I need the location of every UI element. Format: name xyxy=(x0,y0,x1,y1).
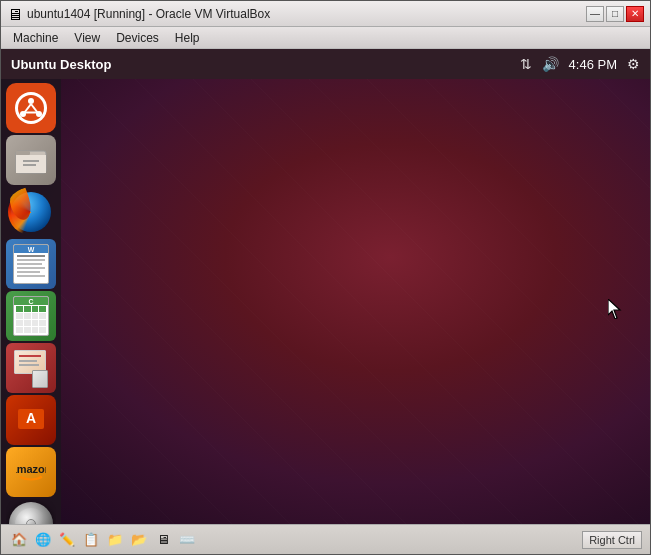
menu-view[interactable]: View xyxy=(66,29,108,47)
svg-marker-12 xyxy=(608,299,620,319)
app-icon: 🖥 xyxy=(7,6,23,22)
right-ctrl-label: Right Ctrl xyxy=(589,534,635,546)
ubuntu-top-right: ⇅ 🔊 4:46 PM ⚙ xyxy=(520,56,640,72)
ubuntu-logo-icon xyxy=(15,92,47,124)
taskbar-icon-home[interactable]: 🏠 xyxy=(9,530,29,550)
taskbar-icon-folder2[interactable]: 📂 xyxy=(129,530,149,550)
title-bar-left: 🖥 ubuntu1404 [Running] - Oracle VM Virtu… xyxy=(7,6,270,22)
mouse-cursor xyxy=(608,299,620,317)
launcher-files[interactable] xyxy=(6,135,56,185)
taskbar-icon-network[interactable]: 🌐 xyxy=(33,530,53,550)
menu-bar: Machine View Devices Help xyxy=(1,27,650,49)
taskbar-icon-monitor[interactable]: 🖥 xyxy=(153,530,173,550)
title-bar-controls: — □ ✕ xyxy=(586,6,644,22)
launcher-libreoffice-calc[interactable]: C xyxy=(6,291,56,341)
menu-machine[interactable]: Machine xyxy=(5,29,66,47)
menu-help[interactable]: Help xyxy=(167,29,208,47)
svg-point-1 xyxy=(28,98,34,104)
clock: 4:46 PM xyxy=(569,57,617,72)
bottom-right-controls: Right Ctrl xyxy=(582,531,642,549)
svg-text:A: A xyxy=(26,410,36,426)
maximize-button[interactable]: □ xyxy=(606,6,624,22)
right-ctrl-button[interactable]: Right Ctrl xyxy=(582,531,642,549)
close-button[interactable]: ✕ xyxy=(626,6,644,22)
desktop-area: W C xyxy=(1,79,650,524)
svg-rect-6 xyxy=(16,155,46,173)
volume-icon: 🔊 xyxy=(542,56,559,72)
launcher-amazon[interactable]: amazon xyxy=(6,447,56,497)
launcher-libreoffice-impress[interactable] xyxy=(6,343,56,393)
unity-launcher: W C xyxy=(1,79,61,524)
launcher-disc[interactable] xyxy=(6,499,56,524)
svg-text:amazon: amazon xyxy=(16,463,46,475)
launcher-libreoffice-writer[interactable]: W xyxy=(6,239,56,289)
launcher-ubuntu-home[interactable] xyxy=(6,83,56,133)
menu-devices[interactable]: Devices xyxy=(108,29,167,47)
taskbar-icon-copy[interactable]: 📋 xyxy=(81,530,101,550)
minimize-button[interactable]: — xyxy=(586,6,604,22)
window-title: ubuntu1404 [Running] - Oracle VM Virtual… xyxy=(27,7,270,21)
taskbar-icon-folder1[interactable]: 📁 xyxy=(105,530,125,550)
bottom-left-icons: 🏠 🌐 ✏️ 📋 📁 📂 🖥 ⌨️ xyxy=(9,530,197,550)
bottom-taskbar: 🏠 🌐 ✏️ 📋 📁 📂 🖥 ⌨️ Right Ctrl xyxy=(1,524,650,554)
launcher-firefox[interactable] xyxy=(6,187,56,237)
svg-rect-5 xyxy=(16,151,30,155)
ubuntu-top-bar: Ubuntu Desktop ⇅ 🔊 4:46 PM ⚙ xyxy=(1,49,650,79)
title-bar: 🖥 ubuntu1404 [Running] - Oracle VM Virtu… xyxy=(1,1,650,27)
virtualbox-window: 🖥 ubuntu1404 [Running] - Oracle VM Virtu… xyxy=(0,0,651,555)
desktop-background xyxy=(1,79,650,524)
taskbar-icon-edit[interactable]: ✏️ xyxy=(57,530,77,550)
settings-gear-icon: ⚙ xyxy=(627,56,640,72)
taskbar-icon-keyboard[interactable]: ⌨️ xyxy=(177,530,197,550)
ubuntu-desktop-title: Ubuntu Desktop xyxy=(11,57,111,72)
arrows-icon: ⇅ xyxy=(520,56,532,72)
launcher-software-center[interactable]: A xyxy=(6,395,56,445)
